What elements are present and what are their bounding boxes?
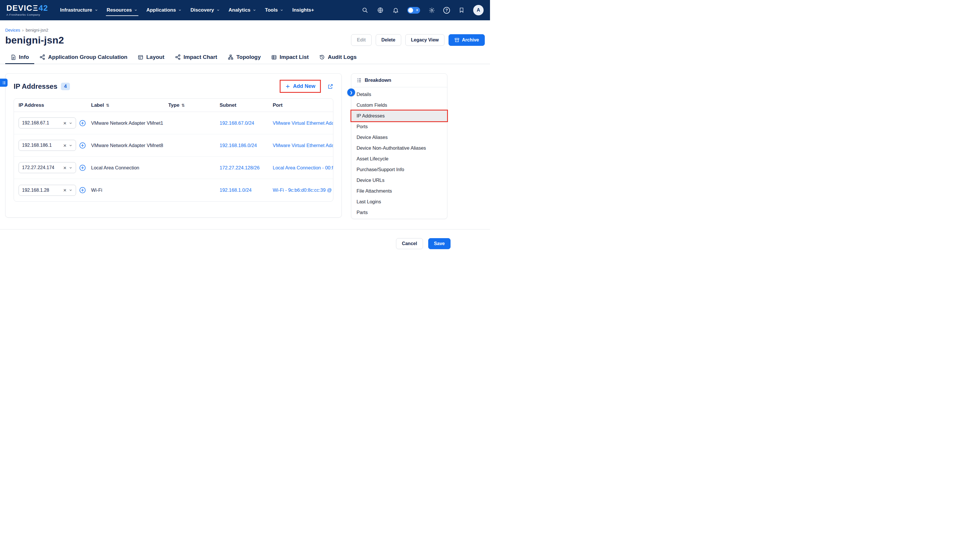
external-link-icon[interactable] [328,84,333,89]
breakdown-item-details[interactable]: Details [351,89,447,100]
subnet-link[interactable]: 192.168.186.0/24 [215,143,268,148]
globe-icon[interactable] [377,6,384,14]
detail-tabs: Info Application Group Calculation Layou… [0,51,490,64]
add-circle-icon[interactable] [79,165,86,171]
col-ip-address: IP Address [14,102,86,108]
tab-label: Info [19,54,29,60]
notifications-bell-icon[interactable] [392,6,399,14]
top-navigation-bar: DEVICΞ42 A Freshworks Company Infrastruc… [0,0,490,20]
chevron-down-icon[interactable] [69,188,73,192]
breakdown-item-custom-fields[interactable]: Custom Fields [351,100,447,111]
ip-address-input[interactable] [22,188,62,193]
search-icon[interactable] [361,6,369,14]
chevron-right-icon: ❯ [350,90,353,95]
breadcrumb-devices-link[interactable]: Devices [5,28,20,32]
nav-resources[interactable]: Resources [102,0,142,20]
tab-layout[interactable]: Layout [132,51,169,64]
port-link[interactable]: Wi-Fi - 9c:b6:d0:8c:cc:39 @ ber [268,187,333,193]
chevron-down-icon[interactable] [69,144,73,148]
save-button[interactable]: Save [428,238,450,249]
tab-impact-chart[interactable]: Impact Chart [170,51,223,64]
share-nodes-icon [40,54,45,60]
add-new-button[interactable]: Add New [280,81,320,92]
device42-logo[interactable]: DEVICΞ42 A Freshworks Company [6,4,48,16]
breakdown-title: Breakdown [365,78,391,83]
tab-label: Impact List [280,54,309,60]
ip-address-combobox[interactable]: × [19,117,76,129]
port-link[interactable]: Local Area Connection - 00:ff:5 [268,165,333,171]
ip-address-input[interactable] [22,143,62,148]
collapse-panel-button[interactable]: ❯ [347,89,355,96]
breakdown-item-purchase-support-info[interactable]: Purchase/Support Info [351,164,447,175]
port-link[interactable]: VMware Virtual Ethernet Adapte [268,143,333,148]
ip-address-input[interactable] [22,165,62,170]
archive-button[interactable]: Archive [449,34,485,46]
logo-subtitle: A Freshworks Company [6,13,48,16]
chevron-down-icon [216,8,220,12]
nav-label: Discovery [190,7,214,13]
sort-icon[interactable]: ⇅ [106,103,109,108]
chevron-down-icon[interactable] [69,121,73,125]
subnet-link[interactable]: 192.168.67.0/24 [215,121,268,126]
nav-discovery[interactable]: Discovery [186,0,224,20]
breakdown-item-device-aliases[interactable]: Device Aliases [351,132,447,143]
tab-label: Application Group Calculation [48,54,127,60]
tab-impact-list[interactable]: Impact List [266,51,314,64]
nav-infrastructure[interactable]: Infrastructure [56,0,102,20]
ip-addresses-card: IP Addresses 4 Add New IP Address Label⇅… [5,73,342,218]
main-content: IP Addresses 4 Add New IP Address Label⇅… [0,64,490,223]
tab-topology[interactable]: Topology [223,51,266,64]
clear-icon[interactable]: × [63,165,67,171]
bookmark-icon[interactable] [458,6,465,14]
tab-audit-logs[interactable]: Audit Logs [314,51,362,64]
col-type[interactable]: Type⇅ [164,102,215,108]
port-link[interactable]: VMware Virtual Ethernet Adapte [268,121,333,126]
chevron-down-icon[interactable] [69,166,73,170]
clear-icon[interactable]: × [63,121,67,126]
add-circle-icon[interactable] [79,120,86,127]
breakdown-item-file-attachments[interactable]: File Attachments [351,186,447,196]
theme-toggle[interactable]: ☀ [407,7,420,14]
cancel-button[interactable]: Cancel [396,238,423,249]
delete-button[interactable]: Delete [376,34,401,46]
breakdown-item-device-non-authoritative-aliases[interactable]: Device Non-Authoritative Aliases [351,143,447,154]
chevron-down-icon [178,8,181,12]
clear-icon[interactable]: × [63,143,67,148]
help-icon[interactable]: ? [443,7,450,14]
table-row: × Local Area Connection 172.27.224.128/2… [14,157,333,179]
breakdown-item-device-urls[interactable]: Device URLs [351,175,447,186]
col-label[interactable]: Label⇅ [86,102,164,108]
add-circle-icon[interactable] [79,187,86,194]
nav-label: Resources [107,7,132,13]
nav-tools[interactable]: Tools [261,0,288,20]
ip-address-input[interactable] [22,121,62,125]
subnet-link[interactable]: 172.27.224.128/26 [215,165,268,171]
side-panel-toggle[interactable] [0,79,8,87]
page-actions: Edit Delete Legacy View Archive [351,34,485,46]
topology-icon [228,54,234,60]
clear-icon[interactable]: × [63,187,67,193]
nav-analytics[interactable]: Analytics [224,0,261,20]
tab-application-group-calculation[interactable]: Application Group Calculation [34,51,132,64]
nav-applications[interactable]: Applications [142,0,186,20]
sort-icon[interactable]: ⇅ [181,103,185,108]
subnet-link[interactable]: 192.168.1.0/24 [215,187,268,193]
tab-info[interactable]: Info [5,51,34,64]
breakdown-item-ip-addresses[interactable]: IP Addresses [351,111,447,121]
ip-label: VMware Network Adapter VMnet1 [86,121,164,126]
breakdown-item-asset-lifecycle[interactable]: Asset Lifecycle [351,154,447,164]
edit-button[interactable]: Edit [351,34,371,46]
add-circle-icon[interactable] [79,142,86,149]
ip-address-combobox[interactable]: × [19,185,76,196]
settings-gear-icon[interactable] [428,6,436,14]
tab-label: Audit Logs [328,54,356,60]
breakdown-item-ports[interactable]: Ports [351,121,447,132]
legacy-view-button[interactable]: Legacy View [405,34,445,46]
breakdown-item-last-logins[interactable]: Last Logins [351,196,447,207]
nav-insights-plus[interactable]: Insights+ [288,0,318,20]
breakdown-item-parts[interactable]: Parts [351,207,447,218]
ip-address-combobox[interactable]: × [19,140,76,151]
help-glyph: ? [445,8,448,13]
user-avatar[interactable]: A [473,5,484,15]
ip-address-combobox[interactable]: × [19,162,76,173]
